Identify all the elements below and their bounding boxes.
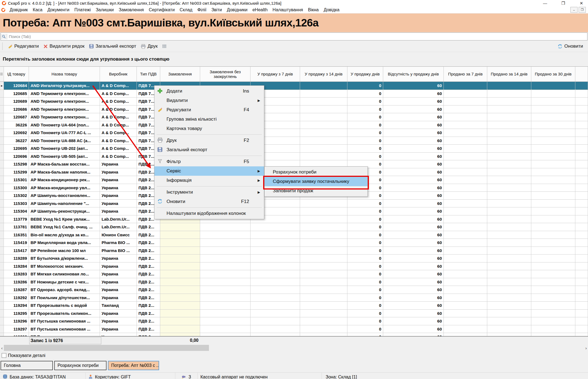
table-cell[interactable] <box>531 247 575 255</box>
table-cell[interactable]: Украина <box>100 270 137 278</box>
table-cell[interactable]: 0 <box>347 262 383 270</box>
table-cell[interactable]: 60 <box>383 215 444 223</box>
table-cell[interactable] <box>531 192 575 200</box>
table-cell[interactable]: 115298 <box>4 160 29 168</box>
menubar-item-14[interactable]: Вікна <box>306 7 321 13</box>
table-cell[interactable]: 60 <box>383 168 444 176</box>
table-cell[interactable] <box>487 247 531 255</box>
context-menu-item-загальний-експорт[interactable]: Загальний експорт <box>154 145 264 155</box>
table-cell[interactable]: Bio-oil масло д/ухода за ко... <box>29 231 100 239</box>
table-cell[interactable]: 120684 <box>4 82 29 90</box>
table-cell[interactable] <box>487 215 531 223</box>
table-cell[interactable] <box>300 262 347 270</box>
table-row[interactable]: 115303АР Шампунь-наполнение "...УкраинаП… <box>0 200 588 208</box>
table-cell[interactable]: ВТ Поильник д/путешестви... <box>29 294 100 302</box>
table-cell[interactable] <box>160 286 200 294</box>
table-cell[interactable]: 60 <box>383 270 444 278</box>
table-cell[interactable] <box>160 310 200 318</box>
table-cell[interactable]: A & D Comp... <box>100 90 137 98</box>
table-cell[interactable] <box>160 317 200 325</box>
table-cell[interactable]: ВР Репейное масло 100 мл <box>29 247 100 255</box>
table-row[interactable]: 119283ВТ Мягкая силиконовая ло...Украина… <box>0 270 588 278</box>
table-cell[interactable]: ВТ Прорезыватель силикон... <box>29 310 100 318</box>
table-cell[interactable] <box>531 239 575 247</box>
table-cell[interactable] <box>487 105 531 113</box>
table-cell[interactable]: 115299 <box>4 168 29 176</box>
table-cell[interactable]: 60 <box>383 223 444 231</box>
context-menu-item-оновити[interactable]: ОновитиF12 <box>154 197 264 206</box>
table-cell[interactable]: 120687 <box>4 113 29 121</box>
table-cell[interactable]: ПДВ 2... <box>137 317 160 325</box>
table-cell[interactable] <box>251 239 300 247</box>
table-cell[interactable]: 0 <box>347 294 383 302</box>
table-row[interactable]: 119289ВТ Бутылочка д/кормлени...УкраинаП… <box>0 255 588 262</box>
table-cell[interactable]: 0 <box>347 105 383 113</box>
table-cell[interactable]: Украина <box>100 286 137 294</box>
edit-button[interactable]: Редагувати <box>6 43 41 50</box>
table-cell[interactable] <box>200 262 251 270</box>
table-cell[interactable]: 60 <box>383 255 444 262</box>
table-cell[interactable] <box>251 286 300 294</box>
table-cell[interactable]: 119294 <box>4 302 29 310</box>
table-cell[interactable] <box>251 302 300 310</box>
table-cell[interactable]: Украина <box>100 278 137 286</box>
table-cell[interactable]: A & D Comp... <box>100 121 137 129</box>
table-cell[interactable] <box>444 207 487 215</box>
table-cell[interactable] <box>531 255 575 262</box>
table-cell[interactable]: AND Ингалятор ультразвук... <box>29 82 100 90</box>
table-cell[interactable]: 0 <box>347 129 383 137</box>
table-cell[interactable]: 119297 <box>4 325 29 333</box>
table-cell[interactable] <box>160 255 200 262</box>
table-cell[interactable]: 60 <box>383 294 444 302</box>
table-cell[interactable] <box>444 223 487 231</box>
table-cell[interactable] <box>444 145 487 153</box>
bottom-tab-1[interactable]: Головна <box>1 361 53 370</box>
columns-icon[interactable] <box>160 43 169 49</box>
table-cell[interactable]: Украина <box>100 255 137 262</box>
table-cell[interactable] <box>200 247 251 255</box>
table-cell[interactable]: 115300 <box>4 184 29 192</box>
table-cell[interactable]: ВТ Мягкая силиконовая ло... <box>29 270 100 278</box>
table-cell[interactable]: 60 <box>383 121 444 129</box>
table-cell[interactable]: Украина <box>100 192 137 200</box>
column-header-5[interactable]: Замовлення <box>160 67 200 82</box>
table-cell[interactable] <box>160 302 200 310</box>
table-cell[interactable] <box>487 239 531 247</box>
table-cell[interactable] <box>444 239 487 247</box>
table-cell[interactable] <box>300 255 347 262</box>
table-cell[interactable]: 60 <box>383 231 444 239</box>
table-cell[interactable]: ВТ Однораз. адсорб. вклад... <box>29 286 100 294</box>
table-cell[interactable]: АР Шампунь-наполнение "... <box>29 200 100 208</box>
table-cell[interactable] <box>444 215 487 223</box>
table-cell[interactable] <box>531 137 575 145</box>
table-cell[interactable] <box>444 317 487 325</box>
table-cell[interactable] <box>487 82 531 90</box>
table-cell[interactable] <box>160 231 200 239</box>
table-cell[interactable]: 0 <box>347 215 383 223</box>
table-cell[interactable] <box>444 137 487 145</box>
table-cell[interactable]: 60 <box>383 302 444 310</box>
table-cell[interactable]: Lab.Derm.Ur... <box>100 223 137 231</box>
table-cell[interactable] <box>200 223 251 231</box>
table-cell[interactable]: 0 <box>347 286 383 294</box>
table-cell[interactable] <box>487 333 531 336</box>
table-cell[interactable] <box>487 207 531 215</box>
table-cell[interactable] <box>444 121 487 129</box>
table-cell[interactable] <box>251 310 300 318</box>
table-cell[interactable] <box>487 153 531 161</box>
table-cell[interactable]: ПДВ 2... <box>137 255 160 262</box>
table-cell[interactable]: ВТ Молокоотсос механич. <box>29 262 100 270</box>
table-cell[interactable]: 60 <box>383 278 444 286</box>
table-cell[interactable] <box>531 105 575 113</box>
table-cell[interactable] <box>531 317 575 325</box>
submenu-item-розрахунок-потреби[interactable]: Розрахунок потреби <box>265 167 368 177</box>
table-cell[interactable]: 60 <box>383 207 444 215</box>
table-cell[interactable] <box>444 113 487 121</box>
table-cell[interactable]: 60 <box>383 247 444 255</box>
table-cell[interactable]: Украина <box>100 207 137 215</box>
table-cell[interactable] <box>444 192 487 200</box>
table-cell[interactable] <box>487 223 531 231</box>
table-cell[interactable] <box>531 207 575 215</box>
table-row[interactable]: 119294ВТ Прорезыватель с водойТаиландПДВ… <box>0 302 588 310</box>
table-cell[interactable] <box>300 145 347 153</box>
